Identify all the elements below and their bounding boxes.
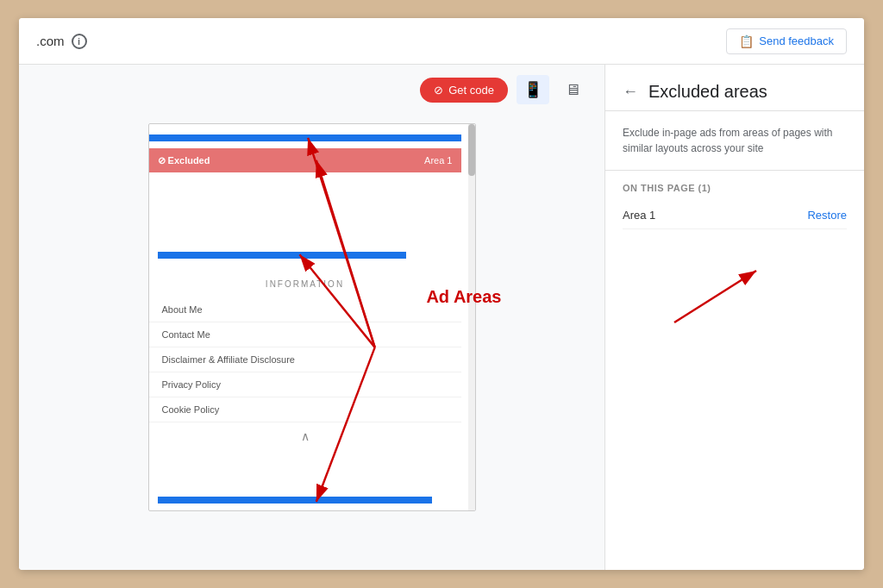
area-row-1: Area 1 Restore <box>623 202 847 229</box>
nav-link-1: About Me <box>149 297 461 322</box>
excluded-bar: ⊘ Excluded Area 1 <box>149 148 461 172</box>
nav-link-5: Cookie Policy <box>149 397 461 422</box>
right-panel: ← Excluded areas Exclude in-page ads fro… <box>605 65 864 570</box>
panel-description: Exclude in-page ads from areas of pages … <box>605 111 864 171</box>
scrollbar-thumb <box>468 124 475 176</box>
chevron-up: ∧ <box>149 422 461 450</box>
domain-label: .com i <box>36 34 87 49</box>
ad-bar-bottom <box>158 497 432 504</box>
info-heading: INFORMATION <box>149 271 461 297</box>
send-feedback-button[interactable]: 📋 Send feedback <box>726 28 847 54</box>
preview-container: ⊘ Excluded Area 1 INFORMATION About Me C… <box>131 115 493 520</box>
feedback-icon: 📋 <box>739 34 754 48</box>
mobile-icon: 📱 <box>523 80 542 99</box>
ad-bar-mid <box>158 252 406 259</box>
info-icon[interactable]: i <box>72 34 87 49</box>
mobile-device-button[interactable]: 📱 <box>517 75 549 104</box>
send-feedback-label: Send feedback <box>759 34 834 47</box>
get-code-icon: ⊘ <box>434 84 443 97</box>
back-arrow-icon[interactable]: ← <box>623 83 638 101</box>
scrollbar[interactable] <box>468 124 475 510</box>
domain-text: .com <box>36 34 65 48</box>
top-bar: .com i 📋 Send feedback <box>19 18 864 65</box>
area-name: Area 1 <box>623 209 655 222</box>
content-area: ⊘ Get code 📱 🖥 ⊘ Excluded <box>19 65 864 570</box>
on-this-page-section: ON THIS PAGE (1) Area 1 Restore <box>605 171 864 236</box>
restore-button[interactable]: Restore <box>807 209 847 222</box>
toolbar: ⊘ Get code 📱 🖥 <box>19 65 604 115</box>
desktop-device-button[interactable]: 🖥 <box>558 76 587 104</box>
restore-arrow-container <box>605 262 864 335</box>
main-container: .com i 📋 Send feedback ⊘ Get code 📱 � <box>19 18 864 570</box>
desktop-icon: 🖥 <box>565 81 580 99</box>
panel-title: Excluded areas <box>648 82 767 102</box>
nav-link-3: Disclaimer & Affiliate Disclosure <box>149 347 461 372</box>
ad-bar-top <box>149 134 461 141</box>
left-panel: ⊘ Get code 📱 🖥 ⊘ Excluded <box>19 65 605 570</box>
nav-link-2: Contact Me <box>149 322 461 347</box>
restore-arrow-svg <box>623 262 795 331</box>
page-info-section: INFORMATION About Me Contact Me Disclaim… <box>149 271 461 450</box>
svg-line-6 <box>674 271 756 322</box>
right-panel-header: ← Excluded areas <box>605 65 864 111</box>
excluded-area-label: Area 1 <box>424 155 452 166</box>
nav-link-4: Privacy Policy <box>149 372 461 397</box>
get-code-label: Get code <box>448 84 494 97</box>
excluded-label: ⊘ Excluded <box>158 155 210 166</box>
ad-areas-annotation: Ad Areas <box>426 287 501 307</box>
get-code-button[interactable]: ⊘ Get code <box>420 78 508 103</box>
on-this-page-label: ON THIS PAGE (1) <box>623 183 847 193</box>
preview-frame: ⊘ Excluded Area 1 INFORMATION About Me C… <box>148 123 476 511</box>
